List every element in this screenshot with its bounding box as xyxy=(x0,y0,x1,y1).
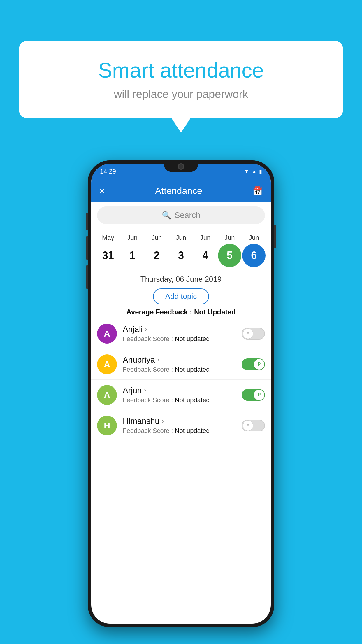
date-3[interactable]: 3 xyxy=(169,244,193,267)
date-6-selected[interactable]: 6 xyxy=(242,244,266,267)
status-time: 14:29 xyxy=(100,168,116,175)
search-bar[interactable]: 🔍 Search xyxy=(97,206,265,224)
student-feedback-1: Feedback Score : Not updated xyxy=(123,366,242,373)
date-info: Thursday, 06 June 2019 Add topic Average… xyxy=(91,270,271,318)
student-avatar-1[interactable]: A xyxy=(97,354,117,374)
student-feedback-0: Feedback Score : Not updated xyxy=(123,335,242,343)
student-name-0[interactable]: Anjali › xyxy=(123,325,242,334)
calendar-icon[interactable]: 📅 xyxy=(252,186,263,196)
wifi-icon: ▼ xyxy=(244,169,249,175)
avg-feedback-value: Not Updated xyxy=(194,308,236,316)
month-4: Jun xyxy=(194,234,217,242)
close-button[interactable]: × xyxy=(99,186,105,196)
avg-feedback: Average Feedback : Not Updated xyxy=(91,308,271,316)
toggle-knob-3: A xyxy=(243,420,253,431)
date-1[interactable]: 1 xyxy=(121,244,144,267)
student-item: H Himanshu › Feedback Score : Not update… xyxy=(91,410,271,441)
status-icons: ▼ ▲ ▮ xyxy=(244,168,262,175)
signal-icon: ▲ xyxy=(252,169,257,175)
phone-button-vol-silent xyxy=(86,213,88,230)
chevron-icon-0: › xyxy=(145,326,147,333)
student-info-1: Anupriya › Feedback Score : Not updated xyxy=(123,355,242,373)
student-avatar-2[interactable]: A xyxy=(97,385,117,405)
chevron-icon-3: › xyxy=(162,417,164,425)
phone-button-vol-up xyxy=(86,236,88,260)
feedback-value-3: Not updated xyxy=(175,427,210,434)
attendance-toggle-2[interactable]: P xyxy=(242,389,265,401)
phone-mockup: 14:29 ▼ ▲ ▮ × Attendance 📅 🔍 Search xyxy=(88,160,274,627)
app-header: × Attendance 📅 xyxy=(91,179,271,202)
chevron-icon-1: › xyxy=(157,356,159,364)
calendar-months: May Jun Jun Jun Jun Jun Jun xyxy=(96,234,266,242)
date-31[interactable]: 31 xyxy=(96,244,120,267)
date-4[interactable]: 4 xyxy=(194,244,217,267)
phone-outer: 14:29 ▼ ▲ ▮ × Attendance 📅 🔍 Search xyxy=(88,160,274,627)
student-name-1[interactable]: Anupriya › xyxy=(123,355,242,365)
month-5: Jun xyxy=(218,234,241,242)
month-1: Jun xyxy=(121,234,144,242)
phone-button-vol-down xyxy=(86,265,88,289)
feedback-value-0: Not updated xyxy=(175,335,210,342)
month-6: Jun xyxy=(242,234,266,242)
toggle-knob-2: P xyxy=(254,390,264,400)
student-feedback-2: Feedback Score : Not updated xyxy=(123,396,242,404)
student-avatar-3[interactable]: H xyxy=(97,416,117,435)
student-info-2: Arjun › Feedback Score : Not updated xyxy=(123,386,242,404)
attendance-toggle-1[interactable]: P xyxy=(242,358,265,370)
selected-date-text: Thursday, 06 June 2019 xyxy=(91,275,271,284)
feedback-value-1: Not updated xyxy=(175,366,210,373)
phone-camera xyxy=(178,163,184,170)
calendar-section: May Jun Jun Jun Jun Jun Jun 31 1 2 3 4 5… xyxy=(91,228,271,270)
phone-button-power xyxy=(274,225,276,248)
add-topic-button[interactable]: Add topic xyxy=(153,288,209,304)
battery-icon: ▮ xyxy=(259,168,262,175)
toggle-knob-0: A xyxy=(243,328,253,339)
search-icon: 🔍 xyxy=(162,211,171,220)
attendance-toggle-0[interactable]: A xyxy=(242,328,265,340)
speech-bubble-container: Smart attendance will replace your paper… xyxy=(19,41,343,118)
app-title: Attendance xyxy=(155,186,202,196)
student-avatar-0[interactable]: A xyxy=(97,324,117,344)
bubble-title: Smart attendance xyxy=(42,58,320,82)
toggle-knob-1: P xyxy=(254,359,264,370)
feedback-value-2: Not updated xyxy=(175,396,210,404)
month-2: Jun xyxy=(145,234,168,242)
date-2[interactable]: 2 xyxy=(145,244,168,267)
student-list: A Anjali › Feedback Score : Not updated … xyxy=(91,318,271,441)
bubble-subtitle: will replace your paperwork xyxy=(42,88,320,101)
speech-bubble: Smart attendance will replace your paper… xyxy=(19,41,343,118)
student-name-2[interactable]: Arjun › xyxy=(123,386,242,395)
student-name-3[interactable]: Himanshu › xyxy=(123,416,242,426)
phone-notch xyxy=(164,160,198,172)
search-placeholder: Search xyxy=(175,211,201,220)
month-0: May xyxy=(96,234,120,242)
attendance-toggle-3[interactable]: A xyxy=(242,420,265,431)
calendar-dates: 31 1 2 3 4 5 6 xyxy=(96,244,266,267)
student-info-3: Himanshu › Feedback Score : Not updated xyxy=(123,416,242,435)
student-item: A Anjali › Feedback Score : Not updated … xyxy=(91,318,271,349)
avg-feedback-label: Average Feedback : xyxy=(126,308,194,316)
student-item: A Arjun › Feedback Score : Not updated P xyxy=(91,380,271,410)
student-info-0: Anjali › Feedback Score : Not updated xyxy=(123,325,242,343)
student-feedback-3: Feedback Score : Not updated xyxy=(123,427,242,435)
month-3: Jun xyxy=(169,234,193,242)
phone-screen: 14:29 ▼ ▲ ▮ × Attendance 📅 🔍 Search xyxy=(91,164,271,624)
chevron-icon-2: › xyxy=(144,387,146,394)
search-container: 🔍 Search xyxy=(91,202,271,228)
date-5-today[interactable]: 5 xyxy=(218,244,241,267)
student-item: A Anupriya › Feedback Score : Not update… xyxy=(91,349,271,380)
